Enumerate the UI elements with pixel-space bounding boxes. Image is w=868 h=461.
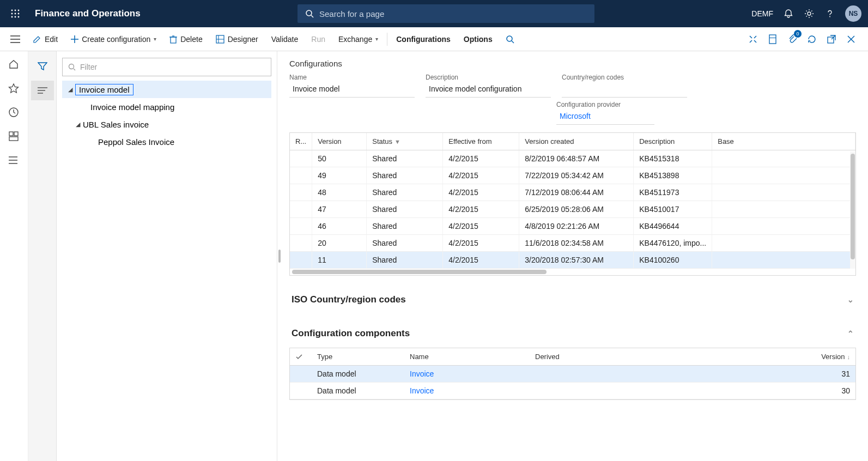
col-type[interactable]: Type bbox=[312, 348, 404, 366]
svg-point-2 bbox=[18, 10, 20, 11]
cell-version: 11 bbox=[312, 252, 367, 269]
svg-line-25 bbox=[512, 41, 514, 43]
modules-icon[interactable] bbox=[8, 155, 20, 167]
col-derived[interactable]: Derived bbox=[530, 348, 617, 366]
close-icon[interactable] bbox=[845, 33, 857, 45]
splitter[interactable] bbox=[277, 51, 282, 461]
company-selector[interactable]: DEMF bbox=[751, 9, 773, 18]
cell-version: 20 bbox=[312, 235, 367, 252]
section-header[interactable]: Configuration components ⌃ bbox=[289, 324, 856, 343]
tree-node-ubl-sales-invoice[interactable]: ◢ UBL Sales invoice bbox=[62, 116, 271, 133]
tree-filter[interactable] bbox=[62, 58, 271, 76]
section-header[interactable]: ISO Country/region codes ⌄ bbox=[289, 290, 856, 310]
svg-rect-18 bbox=[171, 37, 176, 43]
field-name: Name Invoice model bbox=[289, 74, 415, 98]
col-version[interactable]: Version↓ bbox=[617, 348, 855, 366]
attachments-icon[interactable]: 0 bbox=[786, 33, 798, 45]
vertical-scrollbar[interactable] bbox=[850, 151, 855, 269]
cell-type: Data model bbox=[312, 383, 404, 399]
svg-point-8 bbox=[18, 16, 20, 18]
versions-grid: R... Version Status▼ Effective from Vers… bbox=[289, 132, 856, 276]
recent-icon[interactable] bbox=[8, 107, 20, 119]
cell-status: Shared bbox=[367, 252, 443, 269]
office-icon[interactable] bbox=[767, 33, 779, 45]
filter-icon[interactable] bbox=[31, 57, 54, 76]
cell-status: Shared bbox=[367, 201, 443, 218]
find-button[interactable] bbox=[499, 27, 521, 51]
user-avatar[interactable]: NS bbox=[845, 5, 861, 22]
settings-icon[interactable] bbox=[804, 8, 815, 19]
notifications-icon[interactable] bbox=[783, 8, 794, 19]
table-row[interactable]: 48Shared4/2/20157/12/2019 08:06:44 AMKB4… bbox=[290, 184, 855, 201]
cell-select bbox=[290, 366, 312, 383]
col-name[interactable]: Name bbox=[404, 348, 530, 366]
col-r[interactable]: R... bbox=[290, 133, 312, 150]
funnel-icon[interactable]: ▼ bbox=[394, 138, 400, 145]
delete-label: Delete bbox=[180, 35, 202, 44]
global-search[interactable] bbox=[298, 4, 594, 23]
cell-base bbox=[712, 252, 855, 269]
workspaces-icon[interactable] bbox=[8, 131, 20, 143]
tree-node-label: Invoice model mapping bbox=[90, 102, 174, 112]
tree-filter-input[interactable] bbox=[80, 63, 265, 71]
svg-point-4 bbox=[15, 13, 16, 15]
list-view-icon[interactable] bbox=[31, 81, 54, 100]
cell-description: KB4513898 bbox=[634, 167, 712, 184]
tree-node-label: Peppol Sales Invoice bbox=[98, 137, 174, 147]
table-row[interactable]: 47Shared4/2/20156/25/2019 05:28:06 AMKB4… bbox=[290, 201, 855, 218]
col-description[interactable]: Description bbox=[634, 133, 712, 150]
svg-point-5 bbox=[18, 13, 20, 15]
field-value[interactable]: Invoice model bbox=[289, 82, 415, 98]
favorites-icon[interactable] bbox=[8, 83, 20, 95]
options-tab[interactable]: Options bbox=[457, 27, 499, 51]
cell-created: 6/25/2019 05:28:06 AM bbox=[519, 201, 634, 218]
col-effective[interactable]: Effective from bbox=[443, 133, 519, 150]
field-value[interactable] bbox=[562, 82, 687, 98]
svg-point-12 bbox=[829, 16, 830, 17]
search-icon bbox=[68, 63, 76, 71]
field-value-link[interactable]: Microsoft bbox=[556, 110, 654, 125]
home-icon[interactable] bbox=[8, 59, 20, 71]
table-row[interactable]: 50Shared4/2/20158/2/2019 06:48:57 AMKB45… bbox=[290, 150, 855, 167]
table-row[interactable]: 20Shared4/2/201511/6/2018 02:34:58 AMKB4… bbox=[290, 235, 855, 252]
delete-button[interactable]: Delete bbox=[163, 27, 209, 51]
nav-toggle-icon[interactable] bbox=[4, 35, 26, 43]
related-icon[interactable] bbox=[747, 33, 759, 45]
col-status[interactable]: Status▼ bbox=[367, 133, 443, 150]
help-icon[interactable] bbox=[824, 8, 835, 19]
horizontal-scrollbar[interactable] bbox=[290, 269, 855, 275]
pencil-icon bbox=[33, 35, 41, 44]
top-navigation-bar: Finance and Operations DEMF NS bbox=[0, 0, 868, 27]
tree-node-peppol-sales-invoice[interactable]: Peppol Sales Invoice bbox=[62, 133, 271, 150]
configuration-tree: ◢ Invoice model Invoice model mapping ◢ … bbox=[62, 81, 271, 150]
table-row[interactable]: Data modelInvoice30 bbox=[290, 383, 855, 399]
cell-description: KB4476120, impo... bbox=[634, 235, 712, 252]
collapse-icon[interactable]: ◢ bbox=[65, 86, 75, 93]
cell-name-link[interactable]: Invoice bbox=[404, 366, 530, 383]
tree-node-invoice-model-mapping[interactable]: Invoice model mapping bbox=[62, 98, 271, 116]
collapse-icon[interactable]: ◢ bbox=[73, 121, 83, 128]
table-row[interactable]: Data modelInvoice31 bbox=[290, 366, 855, 383]
cell-name-link[interactable]: Invoice bbox=[404, 383, 530, 399]
popout-icon[interactable] bbox=[825, 33, 837, 45]
exchange-button[interactable]: Exchange ▾ bbox=[332, 27, 385, 51]
col-version[interactable]: Version bbox=[312, 133, 367, 150]
col-base[interactable]: Base bbox=[712, 133, 855, 150]
table-row[interactable]: 49Shared4/2/20157/22/2019 05:34:42 AMKB4… bbox=[290, 167, 855, 184]
configurations-tab[interactable]: Configurations bbox=[390, 27, 457, 51]
table-row[interactable]: 11Shared4/2/20153/20/2018 02:57:30 AMKB4… bbox=[290, 252, 855, 269]
col-select[interactable] bbox=[290, 348, 312, 366]
col-created[interactable]: Version created bbox=[519, 133, 634, 150]
validate-button[interactable]: Validate bbox=[265, 27, 305, 51]
tree-node-invoice-model[interactable]: ◢ Invoice model bbox=[62, 81, 271, 98]
global-search-input[interactable] bbox=[319, 9, 587, 19]
table-row[interactable]: 46Shared4/2/20154/8/2019 02:21:26 AMKB44… bbox=[290, 218, 855, 235]
field-value[interactable]: Invoice model configuration bbox=[426, 82, 551, 98]
svg-point-40 bbox=[9, 163, 10, 164]
cell-description: KB4515318 bbox=[634, 150, 712, 167]
edit-button[interactable]: Edit bbox=[26, 27, 64, 51]
create-configuration-button[interactable]: Create configuration ▾ bbox=[64, 27, 163, 51]
refresh-icon[interactable] bbox=[806, 33, 818, 45]
app-launcher-icon[interactable] bbox=[7, 5, 24, 22]
designer-button[interactable]: Designer bbox=[209, 27, 265, 51]
